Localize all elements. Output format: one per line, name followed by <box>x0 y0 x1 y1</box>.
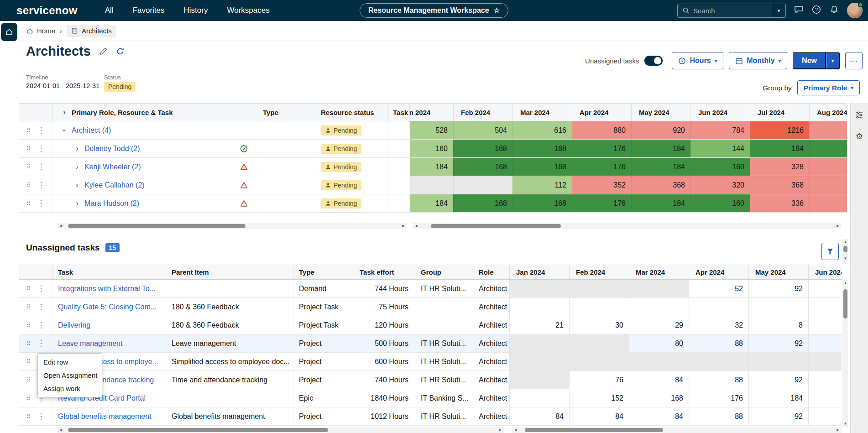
scroll-down-icon[interactable]: ▼ <box>844 256 847 262</box>
allocation-cell[interactable]: 88 <box>689 334 748 352</box>
drag-handle-icon[interactable]: ⠿ <box>26 163 31 170</box>
table-header-type[interactable]: Type <box>293 265 354 279</box>
allocation-cell[interactable]: 84 <box>569 407 629 425</box>
edit-title-icon[interactable] <box>99 44 108 59</box>
allocation-cell[interactable]: 1216 <box>809 121 847 139</box>
allocation-cell[interactable]: 168 <box>453 140 512 157</box>
row-menu-icon[interactable]: ⋮ <box>37 320 45 330</box>
scroll-right-icon[interactable]: ► <box>834 223 842 229</box>
allocation-cell[interactable]: 168 <box>512 158 572 176</box>
drag-handle-icon[interactable]: ⠿ <box>26 200 31 207</box>
group-by-dropdown[interactable]: Primary Role ▾ <box>797 80 860 95</box>
nav-item-all[interactable]: All <box>105 6 114 15</box>
allocation-cell[interactable] <box>808 298 842 316</box>
resource-link[interactable]: Kylee Callahan (2) <box>84 181 145 189</box>
allocation-cell[interactable] <box>509 334 569 352</box>
allocation-cell[interactable] <box>569 280 629 297</box>
row-menu-icon[interactable]: ⋮ <box>37 198 45 208</box>
table-header-role[interactable]: Role <box>473 265 509 279</box>
row-menu-icon[interactable]: ⋮ <box>37 144 45 153</box>
unassigned-tasks-toggle[interactable] <box>644 56 663 66</box>
allocation-cell[interactable]: 328 <box>750 158 809 176</box>
favorite-star-icon[interactable]: ☆ <box>494 6 500 15</box>
allocation-cell[interactable]: 176 <box>572 158 631 176</box>
refresh-icon[interactable] <box>116 44 125 59</box>
allocation-cell[interactable]: 30 <box>569 316 629 334</box>
allocation-cell[interactable]: 160 <box>410 140 453 157</box>
allocation-cell[interactable] <box>509 280 569 297</box>
allocation-cell[interactable] <box>509 371 569 389</box>
scrollbar-thumb[interactable] <box>843 289 847 318</box>
drag-handle-icon[interactable]: ⠿ <box>26 285 31 292</box>
allocation-cell[interactable]: 368 <box>750 176 809 194</box>
scrollbar-thumb[interactable] <box>68 428 328 432</box>
scroll-left-icon[interactable]: ◄ <box>57 223 64 229</box>
resource-link[interactable]: Kenji Wheeler (2) <box>84 163 141 171</box>
table-month-hscrollbar[interactable]: ◄ ► <box>512 427 842 433</box>
task-link[interactable]: Delivering <box>58 321 90 329</box>
gear-icon[interactable]: ⚙ <box>856 131 863 141</box>
allocation-cell[interactable]: 84 <box>509 407 569 425</box>
row-expand-chevron-icon[interactable]: › <box>60 128 68 133</box>
scroll-left-icon[interactable]: ◄ <box>413 223 420 229</box>
grid-month-hscrollbar[interactable]: ◄ ► <box>413 223 842 229</box>
drag-handle-icon[interactable]: ⠿ <box>26 303 31 310</box>
allocation-cell[interactable]: 32 <box>689 316 748 334</box>
allocation-cell[interactable] <box>808 389 842 407</box>
allocation-cell[interactable] <box>453 176 512 194</box>
allocation-cell[interactable] <box>808 334 842 352</box>
allocation-cell[interactable]: 176 <box>572 194 631 212</box>
allocation-cell[interactable]: 176 <box>572 140 631 157</box>
scroll-right-icon[interactable]: ► <box>497 427 504 433</box>
allocation-cell[interactable] <box>748 353 808 370</box>
allocation-cell[interactable]: 352 <box>572 176 631 194</box>
allocation-cell[interactable] <box>689 353 748 370</box>
allocation-cell[interactable]: 328 <box>809 158 847 176</box>
allocation-cell[interactable]: 76 <box>569 371 629 389</box>
servicenow-logo[interactable]: servicenow <box>16 4 78 17</box>
monthly-dropdown-button[interactable]: Monthly ▾ <box>729 52 787 69</box>
allocation-cell[interactable]: 184 <box>631 194 690 212</box>
notifications-bell-icon[interactable] <box>829 5 839 16</box>
allocation-cell[interactable] <box>629 353 689 370</box>
drag-handle-icon[interactable]: ⠿ <box>26 340 31 347</box>
scrollbar-track[interactable] <box>842 287 848 421</box>
table-header-group[interactable]: Group <box>415 265 473 279</box>
grid-left-hscrollbar[interactable]: ◄ ► <box>57 223 407 229</box>
breadcrumb-home[interactable]: Home <box>26 27 55 35</box>
allocation-cell[interactable]: 184 <box>631 158 690 176</box>
allocation-cell[interactable] <box>509 298 569 316</box>
allocation-cell[interactable]: 88 <box>689 407 748 425</box>
scrollbar-thumb[interactable] <box>68 224 246 228</box>
allocation-cell[interactable]: 336 <box>809 194 847 212</box>
chat-icon[interactable] <box>794 5 804 16</box>
allocation-cell[interactable]: 92 <box>748 280 808 297</box>
drag-handle-icon[interactable]: ⠿ <box>26 413 31 420</box>
task-link[interactable]: Quality Gate 5: Closing Com... <box>58 303 157 311</box>
new-button[interactable]: New <box>793 52 826 69</box>
allocation-cell[interactable]: 184 <box>748 389 808 407</box>
scrollbar-thumb[interactable] <box>525 428 663 432</box>
table-header-task-effort[interactable]: Task effort <box>354 265 415 279</box>
scroll-right-icon[interactable]: ► <box>400 223 407 229</box>
context-menu-item-assign-work[interactable]: Assign work <box>38 382 102 395</box>
new-button-caret[interactable]: ▾ <box>826 52 840 69</box>
allocation-cell[interactable]: 168 <box>453 158 512 176</box>
allocation-cell[interactable]: 184 <box>809 140 847 157</box>
allocation-cell[interactable]: 184 <box>631 140 690 157</box>
search-scope-dropdown[interactable]: ▾ <box>772 4 786 18</box>
allocation-cell[interactable] <box>569 298 629 316</box>
expand-all-chevron-icon[interactable]: › <box>62 108 67 116</box>
scroll-right-icon[interactable]: ► <box>834 427 842 433</box>
table-left-hscrollbar[interactable]: ◄ ► <box>57 427 504 433</box>
scroll-left-icon[interactable]: ◄ <box>512 427 519 433</box>
breadcrumb-current[interactable]: Architects <box>67 25 116 37</box>
drag-handle-icon[interactable]: ⠿ <box>26 145 31 152</box>
more-actions-button[interactable]: ⋯ <box>845 52 863 69</box>
table-header-parent-item[interactable]: Parent Item <box>166 265 293 279</box>
allocation-cell[interactable]: 160 <box>690 158 750 176</box>
hours-dropdown-button[interactable]: Hours ▾ <box>672 52 723 69</box>
column-settings-icon[interactable] <box>855 110 864 121</box>
allocation-cell[interactable]: 168 <box>512 140 572 157</box>
search-box[interactable] <box>677 4 772 18</box>
